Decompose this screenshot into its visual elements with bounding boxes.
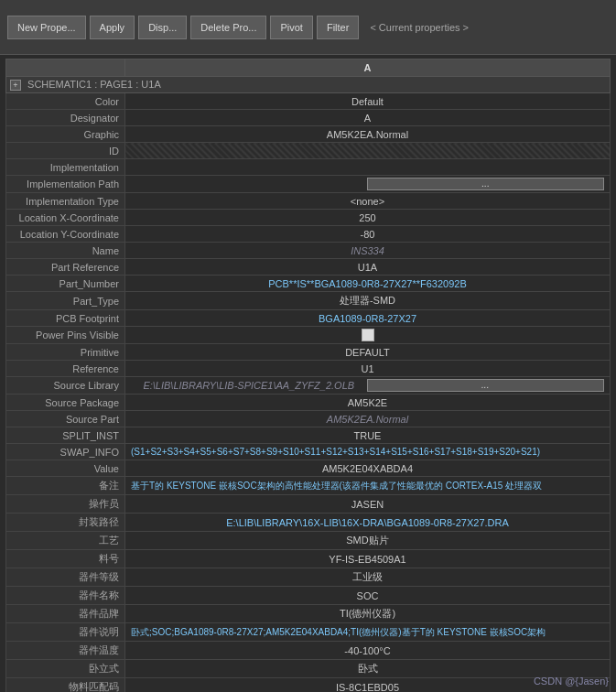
property-value: U1	[125, 361, 611, 377]
table-row[interactable]: ColorDefault	[6, 93, 611, 110]
table-row[interactable]: 备注基于T的 KEYSTONE 嵌核SOC架构的高性能处理器(该器件集成了性能最…	[6, 477, 611, 495]
property-label: Part_Type	[6, 292, 125, 310]
table-row[interactable]: 卧立式卧式	[6, 660, 611, 678]
property-value: TRUE	[125, 427, 611, 444]
property-value: SMD贴片	[125, 532, 611, 550]
expand-icon[interactable]: +	[10, 80, 21, 91]
property-value: JASEN	[125, 495, 611, 514]
table-row[interactable]: SPLIT_INSTTRUE	[6, 427, 611, 444]
table-row[interactable]: ReferenceU1	[6, 361, 611, 377]
table-row[interactable]: PCB FootprintBGA1089-0R8-27X27	[6, 310, 611, 327]
table-row[interactable]: 操作员JASEN	[6, 495, 611, 514]
property-value: AM5K2E	[125, 395, 611, 411]
property-label: 封装路径	[6, 514, 125, 532]
table-row[interactable]: 封装路径E:\LIB\LIBRARY\16X-LIB\16X-DRA\BGA10…	[6, 514, 611, 532]
property-label: Implementation	[6, 159, 125, 176]
property-label: PCB Footprint	[6, 310, 125, 327]
table-row[interactable]: 器件名称SOC	[6, 587, 611, 605]
delete-pro-button[interactable]: Delete Pro...	[190, 16, 266, 39]
pivot-button[interactable]: Pivot	[270, 16, 312, 39]
property-label: Value	[6, 460, 125, 477]
property-label: SWAP_INFO	[6, 444, 125, 460]
table-row[interactable]: DesignatorA	[6, 110, 611, 126]
property-label: 器件温度	[6, 642, 125, 660]
table-row[interactable]: ValueAM5K2E04XABDA4	[6, 460, 611, 477]
property-value: INS334	[125, 243, 611, 259]
table-row[interactable]: 器件等级工业级	[6, 568, 611, 587]
table-row[interactable]: Part_Type处理器-SMD	[6, 292, 611, 310]
property-label: Part Reference	[6, 259, 125, 276]
property-label: 备注	[6, 477, 125, 495]
property-value	[125, 159, 611, 176]
property-value: A	[125, 110, 611, 126]
property-value: SOC	[125, 587, 611, 605]
property-value: AM5K2EA.Normal	[125, 411, 611, 427]
property-value: 基于T的 KEYSTONE 嵌核SOC架构的高性能处理器(该器件集成了性能最优的…	[125, 477, 611, 495]
property-label: Graphic	[6, 126, 125, 143]
new-prop-button[interactable]: New Prope...	[7, 16, 86, 39]
filter-button[interactable]: Filter	[317, 16, 359, 39]
property-value: 工业级	[125, 568, 611, 587]
property-value	[125, 143, 611, 159]
property-label: 操作员	[6, 495, 125, 514]
property-label: 器件等级	[6, 568, 125, 587]
property-value: PCB**IS**BGA1089-0R8-27X27**F632092B	[125, 276, 611, 292]
table-row[interactable]: Location Y-Coordinate-80	[6, 226, 611, 243]
table-row[interactable]: Implementation Type<none>	[6, 193, 611, 210]
group-row-cell[interactable]: + SCHEMATIC1 : PAGE1 : U1A	[6, 77, 611, 93]
table-row[interactable]: 器件说明卧式;SOC;BGA1089-0R8-27X27;AM5K2E04XAB…	[6, 623, 611, 642]
table-row[interactable]: SWAP_INFO(S1+S2+S3+S4+S5+S6+S7+S8+S9+S10…	[6, 444, 611, 460]
property-value	[125, 327, 611, 344]
table-row[interactable]: Location X-Coordinate250	[6, 210, 611, 226]
table-row[interactable]: Part_NumberPCB**IS**BGA1089-0R8-27X27**F…	[6, 276, 611, 292]
property-label: Part_Number	[6, 276, 125, 292]
property-value: 处理器-SMD	[125, 292, 611, 310]
property-value: AM5K2EA.Normal	[125, 126, 611, 143]
table-row[interactable]: 工艺SMD贴片	[6, 532, 611, 550]
table-row[interactable]: Power Pins Visible	[6, 327, 611, 344]
browse-button[interactable]: ...	[367, 178, 605, 190]
property-label: Source Part	[6, 411, 125, 427]
table-row[interactable]: PrimitiveDEFAULT	[6, 344, 611, 361]
table-row[interactable]: 料号YF-IS-EB4509A1	[6, 550, 611, 568]
table-row[interactable]: Implementation	[6, 159, 611, 176]
table-header-row: A	[6, 59, 611, 77]
property-label: Power Pins Visible	[6, 327, 125, 344]
property-value: (S1+S2+S3+S4+S5+S6+S7+S8+S9+S10+S11+S12+…	[125, 444, 611, 460]
table-row[interactable]: Source PackageAM5K2E	[6, 395, 611, 411]
property-label: 料号	[6, 550, 125, 568]
table-row[interactable]: ID	[6, 143, 611, 159]
table-row[interactable]: Source LibraryE:\LIB\LIBRARY\LIB-SPICE1\…	[6, 377, 611, 395]
property-label: ID	[6, 143, 125, 159]
table-row[interactable]: Source PartAM5K2EA.Normal	[6, 411, 611, 427]
properties-table: A + SCHEMATIC1 : PAGE1 : U1A ColorDefaul…	[5, 59, 611, 692]
property-label: 器件说明	[6, 623, 125, 642]
disp-button[interactable]: Disp...	[138, 16, 187, 39]
group-row[interactable]: + SCHEMATIC1 : PAGE1 : U1A	[6, 77, 611, 93]
property-label: Reference	[6, 361, 125, 377]
checkbox[interactable]	[362, 329, 374, 341]
table-row[interactable]: GraphicAM5K2EA.Normal	[6, 126, 611, 143]
table-row[interactable]: 器件品牌TI(德州仪器)	[6, 605, 611, 623]
value-column-header: A	[125, 59, 611, 77]
properties-panel: A + SCHEMATIC1 : PAGE1 : U1A ColorDefaul…	[0, 55, 616, 692]
property-label: Implementation Type	[6, 193, 125, 210]
browse-button[interactable]: ...	[367, 379, 605, 392]
table-row[interactable]: Part ReferenceU1A	[6, 259, 611, 276]
property-label: Source Library	[6, 377, 125, 395]
property-label: Designator	[6, 110, 125, 126]
property-value: 卧式;SOC;BGA1089-0R8-27X27;AM5K2E04XABDA4;…	[125, 623, 611, 642]
table-row[interactable]: 物料匹配码IS-8C1EBD05	[6, 678, 611, 692]
property-value: DEFAULT	[125, 344, 611, 361]
property-label: 物料匹配码	[6, 678, 125, 692]
table-row[interactable]: NameINS334	[6, 243, 611, 259]
current-properties-label: < Current properties >	[370, 22, 469, 33]
apply-button[interactable]: Apply	[90, 16, 135, 39]
property-label: 工艺	[6, 532, 125, 550]
property-value: AM5K2E04XABDA4	[125, 460, 611, 477]
group-row-label: SCHEMATIC1 : PAGE1 : U1A	[27, 79, 161, 90]
property-label: Location Y-Coordinate	[6, 226, 125, 243]
property-value: BGA1089-0R8-27X27	[125, 310, 611, 327]
table-row[interactable]: 器件温度-40-100°C	[6, 642, 611, 660]
table-row[interactable]: Implementation Path...	[6, 176, 611, 193]
